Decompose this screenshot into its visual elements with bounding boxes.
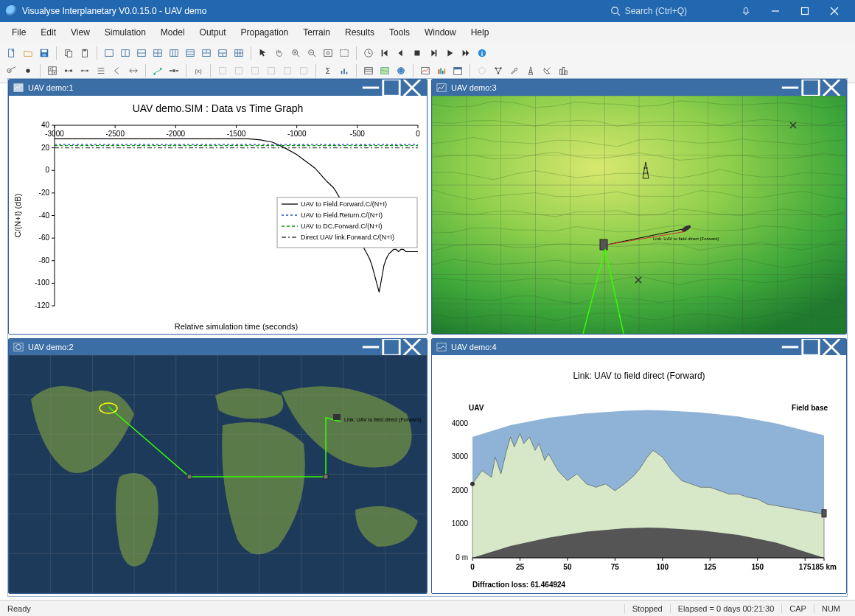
city-button[interactable] [556, 63, 570, 78]
layout-icon [120, 48, 130, 58]
close-button[interactable] [820, 0, 849, 22]
step-forward-button[interactable] [426, 46, 441, 60]
menu-propagation[interactable]: Propagation [234, 24, 296, 41]
pane-1-minimize[interactable] [360, 80, 381, 96]
satellite-button[interactable] [167, 63, 181, 78]
stats-button[interactable] [337, 63, 352, 78]
calendar-button[interactable] [450, 63, 465, 78]
menu-output[interactable]: Output [192, 24, 234, 41]
layout-8-button[interactable] [215, 46, 230, 60]
variable-button[interactable]: {x} [191, 63, 206, 78]
menu-view[interactable]: View [63, 24, 97, 41]
clock-icon [363, 48, 374, 58]
step-back-button[interactable] [394, 46, 408, 60]
play-button[interactable] [442, 46, 457, 60]
pane-4-body[interactable]: Link: UAV to field direct (Forward)UAVFi… [432, 355, 846, 593]
link-a-button[interactable] [61, 63, 76, 78]
zoom-in-icon [290, 48, 301, 58]
clock-button[interactable] [361, 46, 376, 60]
tower-button[interactable] [523, 63, 538, 78]
layout-4-button[interactable] [150, 46, 165, 60]
pane-4-maximize[interactable] [800, 339, 821, 355]
pane-2-close[interactable] [402, 339, 422, 355]
wrench-button[interactable] [507, 63, 522, 78]
menu-simulation[interactable]: Simulation [97, 24, 153, 41]
generic-icon [477, 66, 487, 76]
pane-3-body[interactable]: Link: UAV to field direct (Forward) [432, 96, 846, 334]
layout-6-button[interactable] [183, 46, 198, 60]
stop-button[interactable] [410, 46, 425, 60]
fast-forward-button[interactable] [458, 46, 473, 60]
rewind-start-button[interactable] [377, 46, 392, 60]
antenna-button[interactable] [4, 63, 19, 78]
pane-3-header[interactable]: UAV demo:3 [432, 80, 846, 96]
menu-terrain[interactable]: Terrain [296, 24, 338, 41]
paste-button[interactable] [77, 46, 92, 60]
pointer-button[interactable] [256, 46, 271, 60]
menu-results[interactable]: Results [338, 24, 382, 41]
menu-window[interactable]: Window [417, 24, 464, 41]
info-button[interactable]: i [475, 46, 489, 60]
search-box[interactable]: Search (Ctrl+Q) [610, 6, 687, 16]
grid-button[interactable] [45, 63, 60, 78]
layout-9-button[interactable] [231, 46, 246, 60]
arrow-left-button[interactable] [110, 63, 125, 78]
pane-3-close[interactable] [821, 80, 842, 96]
disabled-tool-1 [215, 63, 230, 78]
sigma-button[interactable]: Σ [321, 63, 335, 78]
dish-button[interactable] [540, 63, 554, 78]
menu-file[interactable]: File [4, 24, 33, 41]
network-button[interactable] [491, 63, 506, 78]
pane-2-body[interactable]: Link: UAV to field direct (Forward) [9, 355, 427, 593]
save-button[interactable] [37, 46, 52, 60]
pan-button[interactable] [272, 46, 287, 60]
menu-edit[interactable]: Edit [33, 24, 63, 41]
menu-help[interactable]: Help [464, 24, 497, 41]
pane-2-minimize[interactable] [360, 339, 381, 355]
zoom-out-button[interactable] [304, 46, 319, 60]
pane-1-header[interactable]: UAV demo:1 [9, 80, 427, 96]
pane-2-maximize[interactable] [381, 339, 402, 355]
maximize-button[interactable] [790, 0, 820, 22]
new-button[interactable] [4, 46, 19, 60]
node-button[interactable] [21, 63, 35, 78]
pane-1-close[interactable] [402, 80, 422, 96]
minimize-button[interactable] [761, 0, 790, 22]
menu-model[interactable]: Model [153, 24, 192, 41]
pane-1-body[interactable]: UAV demo.SIM : Data vs Time Graph-3000-2… [9, 96, 427, 334]
pane-4-header[interactable]: UAV demo:4 [432, 339, 846, 355]
layout-3-button[interactable] [134, 46, 149, 60]
layout-7-button[interactable] [199, 46, 214, 60]
variable-icon: {x} [193, 66, 203, 76]
pane-2-header[interactable]: UAV demo:2 [9, 339, 427, 355]
open-button[interactable] [21, 46, 35, 60]
svg-rect-25 [186, 50, 195, 57]
route-button[interactable] [150, 63, 165, 78]
chart-button[interactable] [418, 63, 433, 78]
map-button[interactable] [377, 63, 392, 78]
zoom-in-button[interactable] [288, 46, 303, 60]
arrow-both-icon [128, 66, 139, 76]
notifications-button[interactable] [731, 0, 761, 22]
globe-button[interactable] [394, 63, 408, 78]
pane-1-maximize[interactable] [381, 80, 402, 96]
arrow-both-button[interactable] [126, 63, 141, 78]
pane-4-close[interactable] [821, 339, 842, 355]
histogram-button[interactable] [434, 63, 449, 78]
zoom-region-button[interactable] [337, 46, 352, 60]
link-b-button[interactable] [77, 63, 92, 78]
pane-3-maximize[interactable] [800, 80, 821, 96]
table-button[interactable] [361, 63, 376, 78]
layout-2-button[interactable] [118, 46, 133, 60]
svg-rect-96 [440, 69, 442, 74]
list-button[interactable] [94, 63, 108, 78]
pane-4-minimize[interactable] [780, 339, 800, 355]
layout-5-button[interactable] [167, 46, 181, 60]
satellite-icon [169, 66, 179, 76]
pane-3-minimize[interactable] [780, 80, 800, 96]
zoom-fit-button[interactable] [321, 46, 335, 60]
svg-text:25: 25 [516, 563, 525, 571]
menu-tools[interactable]: Tools [382, 24, 417, 41]
copy-button[interactable] [61, 46, 76, 60]
layout-1-button[interactable] [102, 46, 116, 60]
